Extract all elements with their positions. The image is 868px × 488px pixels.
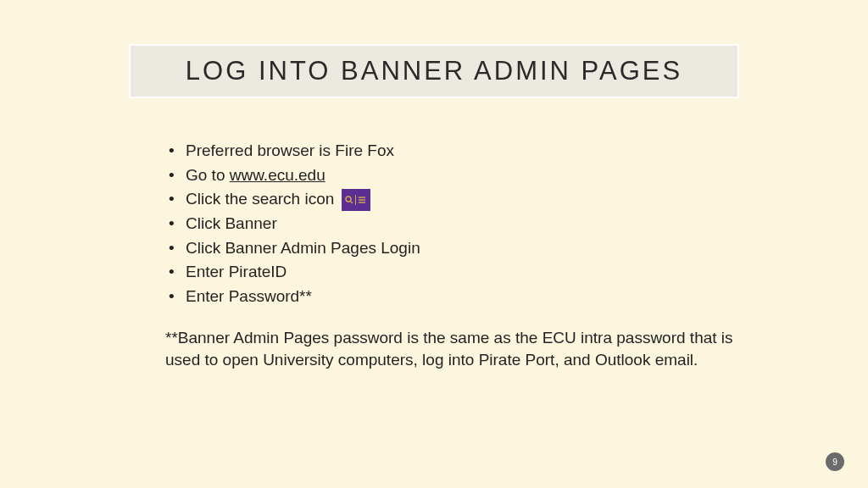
list-item: Enter PirateID: [165, 261, 742, 284]
list-item: Click Banner Admin Pages Login: [165, 237, 742, 260]
search-menu-icon: [342, 189, 370, 211]
list-item-text: Go to: [186, 166, 230, 184]
magnifier-icon: [345, 196, 353, 204]
title-box: LOG INTO BANNER ADMIN PAGES: [129, 44, 739, 98]
list-item: Click Banner: [165, 213, 742, 236]
list-item: Click the search icon: [165, 188, 742, 211]
slide-title: LOG INTO BANNER ADMIN PAGES: [186, 56, 682, 86]
page-number: 9: [826, 452, 844, 471]
divider-icon: [355, 195, 356, 205]
list-item: Preferred browser is Fire Fox: [165, 140, 742, 163]
bullet-list: Preferred browser is Fire Fox Go to www.…: [165, 140, 742, 308]
hamburger-icon: [358, 196, 366, 204]
svg-point-0: [346, 197, 351, 202]
svg-line-1: [350, 201, 353, 203]
list-item: Go to www.ecu.edu: [165, 164, 742, 187]
ecu-link[interactable]: www.ecu.edu: [230, 166, 326, 184]
footnote: **Banner Admin Pages password is the sam…: [165, 327, 742, 372]
content-area: Preferred browser is Fire Fox Go to www.…: [165, 140, 742, 372]
list-item: Enter Password**: [165, 286, 742, 308]
list-item-text: Click the search icon: [186, 190, 334, 208]
